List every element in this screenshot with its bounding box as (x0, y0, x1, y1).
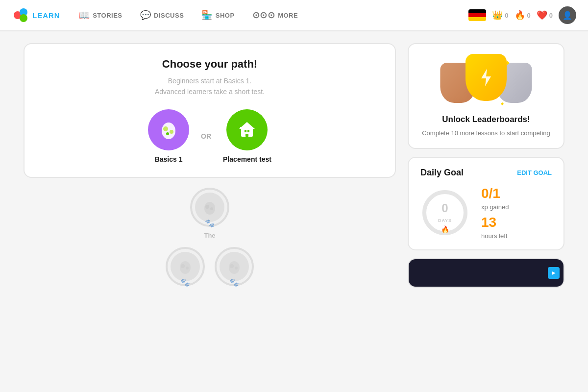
heart-stat: ❤️ 0 (537, 10, 553, 21)
lesson-paw-2: 🐾 (180, 278, 190, 287)
gem-icon: 👑 (492, 10, 503, 21)
svg-marker-22 (481, 69, 491, 86)
lesson-egg-icon (201, 198, 219, 216)
xp-progress: 0/1 (481, 186, 509, 201)
discuss-label: DISCUSS (154, 12, 184, 19)
svg-rect-11 (245, 134, 248, 137)
svg-rect-12 (240, 127, 242, 129)
nav-right: 👑 0 🔥 0 ❤️ 0 👤 (468, 6, 576, 24)
daily-goal-body: 0 DAYS 🔥 0/1 xp gained 13 hours left (420, 186, 552, 240)
lesson-row-2: 🐾 🐾 (166, 247, 254, 286)
svg-point-20 (230, 264, 234, 268)
lesson-inner (195, 193, 224, 222)
svg-rect-10 (247, 130, 249, 132)
ad-play-button[interactable]: ▶ (548, 267, 560, 279)
heart-icon: ❤️ (537, 10, 547, 21)
placement-label: Placement test (223, 155, 271, 163)
gem-count: 0 (505, 12, 508, 19)
lessons-area: 🐾 The 🐾 (24, 188, 396, 286)
svg-point-14 (205, 205, 209, 209)
choose-path-subtitle: Beginners start at Basics 1. Advanced le… (36, 75, 383, 98)
language-flag[interactable] (468, 9, 486, 21)
more-icon: ⊙⊙⊙ (252, 10, 275, 21)
stories-label: STORIES (93, 12, 122, 19)
lesson-the-label: The (204, 232, 215, 239)
nav-shop[interactable]: 🏪 SHOP (195, 6, 241, 24)
lesson-egg-icon-3 (225, 258, 243, 275)
lesson-node-2[interactable]: 🐾 (166, 247, 205, 286)
user-avatar[interactable]: 👤 (559, 6, 576, 24)
hours-value: 13 (481, 215, 509, 230)
ring-number: 0 (438, 201, 452, 215)
subtitle-line1: Beginners start at Basics 1. (168, 77, 251, 85)
daily-goal-header: Daily Goal EDIT GOAL (420, 168, 552, 178)
more-label: MORE (278, 12, 298, 19)
nav-discuss[interactable]: 💬 DISCUSS (133, 6, 191, 24)
choose-path-card: Choose your path! Beginners start at Bas… (24, 43, 396, 178)
logo[interactable]: LEARN (12, 6, 60, 24)
daily-goal-title: Daily Goal (420, 168, 464, 178)
placement-option[interactable]: Placement test (223, 109, 271, 163)
placement-circle (226, 109, 268, 150)
ad-card: ▶ (408, 258, 564, 288)
basics-egg-icon (158, 119, 179, 141)
subtitle-line2: Advanced learners take a short test. (155, 88, 265, 96)
lesson-egg-icon-2 (176, 258, 194, 275)
lesson-paw: 🐾 (205, 219, 215, 228)
svg-point-15 (210, 207, 213, 210)
discuss-icon: 💬 (140, 10, 151, 21)
fire-count: 0 (527, 12, 531, 19)
lesson-circle-3: 🐾 (215, 247, 254, 286)
fire-stat: 🔥 0 (514, 10, 531, 21)
edit-goal-link[interactable]: EDIT GOAL (517, 169, 552, 176)
xp-label: xp gained (481, 203, 509, 211)
lesson-node-the[interactable]: 🐾 The (190, 188, 229, 239)
lesson-node-3[interactable]: 🐾 (215, 247, 254, 286)
basics-circle (148, 109, 189, 150)
path-options: Basics 1 OR (36, 109, 383, 163)
svg-point-2 (20, 14, 27, 22)
placement-building-icon (236, 119, 258, 141)
shop-label: SHOP (216, 12, 235, 19)
ring-center: 0 DAYS (438, 201, 452, 224)
svg-point-16 (180, 261, 191, 274)
lesson-circle-the: 🐾 (190, 188, 229, 227)
heart-count: 0 (549, 12, 553, 19)
ad-inner: ▶ (409, 259, 564, 287)
gem-stat: 👑 0 (492, 10, 508, 21)
ring-fire-icon: 🔥 (441, 225, 449, 233)
leaderboard-title: Unlock Leaderboards! (418, 115, 554, 124)
progress-ring: 0 DAYS 🔥 (420, 188, 469, 237)
basics-option[interactable]: Basics 1 (148, 109, 189, 163)
choose-path-title: Choose your path! (36, 58, 383, 71)
shop-icon: 🏪 (201, 10, 213, 21)
lesson-circle-2: 🐾 (166, 247, 205, 286)
svg-point-21 (235, 267, 238, 270)
sparkle-3: ◆ (501, 101, 504, 106)
left-column: Choose your path! Beginners start at Bas… (24, 43, 396, 288)
svg-point-6 (166, 132, 169, 135)
stories-icon: 📖 (79, 10, 90, 21)
svg-point-13 (204, 202, 215, 215)
svg-point-18 (186, 267, 189, 270)
leaderboard-card: ◆ ◆ ◆ Unlock Leaderboards! Complete 10 m… (408, 43, 564, 149)
bolt-icon (478, 68, 494, 87)
nav-more[interactable]: ⊙⊙⊙ MORE (245, 6, 305, 24)
or-divider: OR (201, 132, 211, 140)
hours-label: hours left (481, 232, 509, 240)
shields-display: ◆ ◆ ◆ (418, 54, 554, 108)
nav-stories[interactable]: 📖 STORIES (72, 6, 129, 24)
lesson-inner-3 (220, 252, 249, 281)
fire-icon: 🔥 (514, 10, 525, 21)
leaderboard-subtitle: Complete 10 more lessons to start compet… (418, 128, 554, 138)
right-column: ◆ ◆ ◆ Unlock Leaderboards! Complete 10 m… (408, 43, 564, 288)
daily-goal-card: Daily Goal EDIT GOAL 0 DAYS 🔥 0/1 (408, 157, 564, 250)
lesson-paw-3: 🐾 (229, 278, 239, 287)
logo-text: LEARN (32, 11, 60, 20)
navbar: LEARN 📖 STORIES 💬 DISCUSS 🏪 SHOP ⊙⊙⊙ MOR… (0, 0, 588, 31)
lesson-inner-2 (171, 252, 200, 281)
ring-label: DAYS (438, 218, 452, 223)
svg-point-4 (163, 126, 168, 131)
daily-stats: 0/1 xp gained 13 hours left (481, 186, 509, 240)
lesson-row-1: 🐾 The (190, 188, 229, 239)
